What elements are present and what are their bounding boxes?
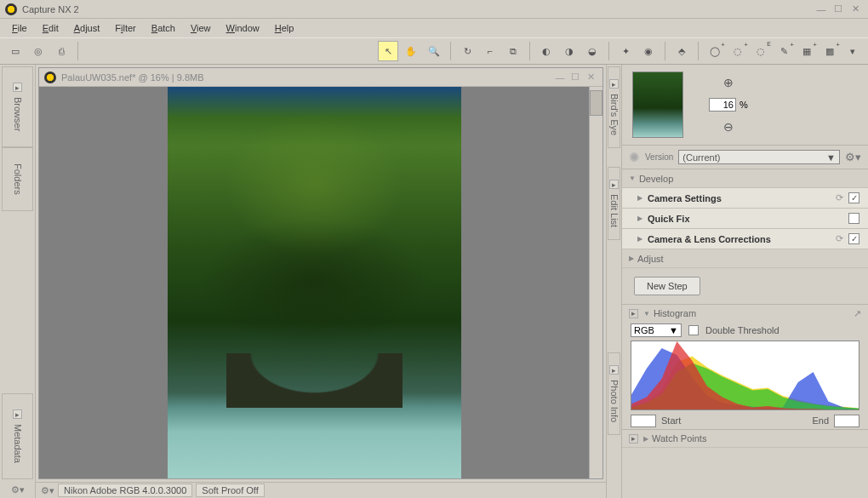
select-edit-tool[interactable]: ◌: [751, 41, 771, 61]
open-tool[interactable]: ▭: [5, 41, 26, 61]
develop-item[interactable]: ▶Camera & Lens Corrections⟳✓: [622, 229, 868, 249]
double-threshold-label: Double Threshold: [705, 325, 779, 335]
new-step-button[interactable]: New Step: [634, 277, 700, 295]
link-icon: ⟳: [836, 192, 843, 203]
tab-folders[interactable]: Folders: [2, 147, 33, 211]
develop-item-checkbox[interactable]: ✓: [848, 192, 859, 203]
expand-icon: ▸: [13, 409, 22, 419]
app-icon: [5, 3, 17, 15]
redeye-tool[interactable]: ◉: [638, 41, 659, 61]
expand-icon[interactable]: ▸: [629, 309, 638, 318]
status-soft-proof[interactable]: Soft Proof Off: [196, 484, 264, 497]
minimize-button[interactable]: —: [814, 3, 829, 16]
maximize-button[interactable]: ☐: [831, 3, 846, 16]
develop-item-checkbox[interactable]: [848, 213, 859, 224]
black-point-tool[interactable]: ◐: [536, 41, 557, 61]
tab-edit-list[interactable]: ▸Edit List: [608, 167, 620, 240]
section-adjust[interactable]: ▶Adjust: [622, 249, 868, 268]
expand-icon: ▸: [609, 79, 619, 89]
triangle-right-icon: ▶: [637, 215, 642, 222]
white-point-tool[interactable]: ◑: [559, 41, 580, 61]
doc-maximize-button[interactable]: ☐: [568, 72, 582, 83]
doc-close-button[interactable]: ✕: [584, 72, 597, 83]
version-gear-icon[interactable]: ⚙▾: [845, 151, 861, 163]
histogram-end-label: End: [812, 415, 829, 426]
rotate-tool[interactable]: ↻: [457, 41, 477, 61]
main-toolbar: ▭ ◎ ⎙ ↖ ✋ 🔍 ↻ ⌐ ⧉ ◐ ◑ ◒ ✦ ◉ ⬘ ◯ ◌ ◌ ✎ ▦ …: [0, 37, 868, 65]
star-tool[interactable]: ✦: [615, 41, 636, 61]
tab-metadata[interactable]: ▸Metadata: [2, 393, 33, 479]
develop-item[interactable]: ▶Quick Fix: [622, 209, 868, 229]
menu-window[interactable]: Window: [220, 21, 266, 35]
neutral-point-tool[interactable]: ◒: [582, 41, 602, 61]
select-plus-tool[interactable]: ◌: [728, 41, 748, 61]
zoom-out-icon[interactable]: ⊖: [723, 120, 734, 134]
histogram-title: Histogram: [654, 308, 696, 318]
arrow-tool[interactable]: ↖: [378, 41, 398, 61]
section-watch-points[interactable]: ▸ ▶ Watch Points: [622, 429, 868, 448]
birds-eye-panel: ⊕ % ⊖: [622, 65, 868, 146]
menu-batch[interactable]: Batch: [145, 21, 182, 35]
birds-eye-thumbnail[interactable]: [632, 72, 683, 138]
status-color-profile: Nikon Adobe RGB 4.0.0.3000: [58, 484, 192, 497]
menu-filter[interactable]: Filter: [108, 21, 142, 35]
triangle-down-icon: ▼: [643, 310, 650, 318]
crop-tool[interactable]: ⧉: [503, 41, 523, 61]
histogram-start-input[interactable]: [631, 415, 656, 427]
tab-browser[interactable]: ▸Browser: [2, 66, 33, 147]
section-develop[interactable]: ▼Develop: [622, 169, 868, 188]
fill-tool[interactable]: ▩: [819, 41, 840, 61]
more-tool[interactable]: ▾: [842, 41, 863, 61]
expand-icon[interactable]: ▸: [629, 434, 638, 444]
histogram-channel-select[interactable]: RGB▼: [631, 323, 682, 337]
burst-icon: ✺: [629, 150, 640, 165]
histogram-end-input[interactable]: [834, 415, 859, 427]
menu-help[interactable]: Help: [268, 21, 301, 35]
triangle-right-icon: ▶: [637, 235, 642, 243]
image-canvas[interactable]: [39, 87, 589, 478]
menu-view[interactable]: View: [184, 21, 218, 35]
menu-file[interactable]: File: [5, 21, 34, 35]
hand-tool[interactable]: ✋: [401, 41, 421, 61]
triangle-right-icon: ▶: [629, 255, 634, 262]
doc-minimize-button[interactable]: —: [553, 72, 567, 83]
zoom-in-icon[interactable]: ⊕: [723, 76, 734, 89]
develop-item-checkbox[interactable]: ✓: [848, 233, 859, 244]
develop-item-label: Quick Fix: [648, 214, 848, 224]
triangle-right-icon: ▶: [637, 194, 642, 202]
link-icon: ⟳: [836, 233, 843, 244]
lasso-tool[interactable]: ◯: [705, 41, 725, 61]
zoom-input[interactable]: [709, 98, 736, 112]
brush-tool[interactable]: ✎: [774, 41, 794, 61]
menubar: File Edit Adjust Filter Batch View Windo…: [0, 19, 868, 37]
triangle-right-icon: ▶: [643, 435, 648, 443]
develop-item-label: Camera & Lens Corrections: [648, 234, 836, 244]
app-title: Capture NX 2: [22, 4, 814, 14]
doc-icon: [44, 72, 56, 83]
histogram-plot: [631, 341, 859, 410]
camera-tool[interactable]: ◎: [28, 41, 49, 61]
zoom-tool[interactable]: 🔍: [424, 41, 444, 61]
photo-preview: [168, 87, 461, 478]
tab-photo-info[interactable]: ▸Photo Info: [608, 352, 620, 435]
gradient-tool[interactable]: ▦: [797, 41, 817, 61]
version-select[interactable]: (Current)▼: [678, 150, 840, 164]
tab-birds-eye[interactable]: ▸Bird's Eye: [608, 66, 620, 148]
menu-adjust[interactable]: Adjust: [67, 21, 107, 35]
zoom-unit: %: [740, 100, 748, 110]
status-gear-icon[interactable]: ⚙▾: [41, 485, 54, 496]
tag-tool[interactable]: ⬘: [671, 41, 692, 61]
popout-icon[interactable]: ↗: [854, 308, 861, 319]
histogram-start-label: Start: [661, 415, 681, 426]
expand-icon: ▸: [13, 83, 22, 92]
menu-edit[interactable]: Edit: [36, 21, 66, 35]
version-label: Version: [645, 152, 673, 162]
straighten-tool[interactable]: ⌐: [480, 41, 500, 61]
expand-icon: ▸: [609, 180, 619, 189]
vertical-scrollbar[interactable]: [589, 87, 602, 478]
develop-item[interactable]: ▶Camera Settings⟳✓: [622, 188, 868, 209]
double-threshold-checkbox[interactable]: [688, 325, 699, 335]
settings-gear-icon[interactable]: ⚙▾: [0, 481, 35, 498]
close-button[interactable]: ✕: [848, 3, 863, 16]
print-tool[interactable]: ⎙: [51, 41, 71, 61]
